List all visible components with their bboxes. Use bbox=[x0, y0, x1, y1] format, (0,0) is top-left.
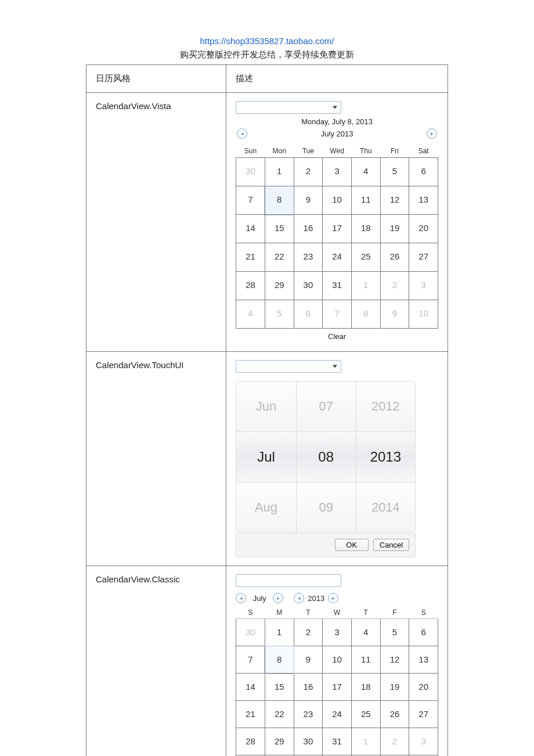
touchui-year-curr[interactable]: 2013 bbox=[356, 432, 416, 483]
classic-day-cell[interactable]: 31 bbox=[323, 728, 352, 755]
touchui-day-next[interactable]: 09 bbox=[296, 483, 356, 532]
touchui-month-next[interactable]: Aug bbox=[236, 483, 296, 532]
vista-day-cell[interactable]: 23 bbox=[294, 243, 323, 272]
touchui-dropdown[interactable] bbox=[236, 360, 341, 373]
classic-day-cell[interactable]: 19 bbox=[380, 674, 409, 701]
classic-day-cell[interactable]: 5 bbox=[380, 619, 409, 646]
vista-day-cell[interactable]: 25 bbox=[351, 243, 380, 272]
classic-day-cell[interactable]: 26 bbox=[380, 701, 409, 728]
vista-day-cell[interactable]: 6 bbox=[409, 158, 438, 186]
vista-day-cell[interactable]: 27 bbox=[409, 243, 438, 272]
vista-day-cell[interactable]: 22 bbox=[265, 243, 294, 272]
vista-day-cell[interactable]: 30 bbox=[236, 158, 265, 186]
vista-day-cell[interactable]: 10 bbox=[323, 186, 352, 215]
vista-day-cell[interactable]: 11 bbox=[351, 186, 380, 215]
vista-prev-month-button[interactable]: ◂ bbox=[237, 128, 247, 139]
vista-day-cell[interactable]: 8 bbox=[351, 300, 380, 329]
vista-day-cell[interactable]: 21 bbox=[236, 243, 265, 272]
classic-day-cell[interactable]: 1 bbox=[351, 728, 380, 755]
classic-day-cell[interactable]: 14 bbox=[236, 674, 265, 701]
vista-day-cell[interactable]: 2 bbox=[294, 158, 323, 186]
classic-prev-year-button[interactable]: ◂ bbox=[294, 593, 304, 603]
touchui-ok-button[interactable]: OK bbox=[335, 539, 369, 551]
vista-day-cell[interactable]: 7 bbox=[236, 186, 265, 215]
touchui-month-wheel[interactable]: Jun Jul Aug bbox=[236, 381, 296, 532]
classic-day-cell[interactable]: 17 bbox=[323, 674, 352, 701]
vista-day-cell[interactable]: 16 bbox=[294, 215, 323, 243]
vista-day-cell[interactable]: 30 bbox=[294, 272, 323, 300]
vista-day-cell[interactable]: 31 bbox=[323, 272, 352, 300]
classic-day-cell[interactable]: 8 bbox=[265, 646, 294, 674]
classic-day-cell[interactable]: 23 bbox=[294, 701, 323, 728]
touchui-cancel-button[interactable]: Cancel bbox=[373, 539, 409, 551]
vista-month-label[interactable]: July 2013 bbox=[321, 129, 353, 138]
touchui-day-wheel[interactable]: 07 08 09 bbox=[296, 381, 356, 532]
classic-day-cell[interactable]: 18 bbox=[351, 674, 380, 701]
vista-day-cell[interactable]: 7 bbox=[323, 300, 352, 329]
classic-day-cell[interactable]: 9 bbox=[294, 646, 323, 674]
touchui-year-prev[interactable]: 2012 bbox=[356, 381, 416, 432]
vista-day-cell[interactable]: 4 bbox=[351, 158, 380, 186]
vista-day-cell[interactable]: 18 bbox=[351, 215, 380, 243]
vista-day-cell[interactable]: 6 bbox=[294, 300, 323, 329]
vista-clear-button[interactable]: Clear bbox=[236, 332, 438, 341]
classic-day-cell[interactable]: 2 bbox=[294, 619, 323, 646]
touchui-month-prev[interactable]: Jun bbox=[236, 381, 296, 432]
touchui-year-next[interactable]: 2014 bbox=[356, 483, 416, 532]
vista-day-cell[interactable]: 2 bbox=[380, 272, 409, 300]
touchui-year-wheel[interactable]: 2012 2013 2014 bbox=[356, 381, 416, 532]
vista-day-cell[interactable]: 29 bbox=[265, 272, 294, 300]
classic-day-cell[interactable]: 30 bbox=[236, 619, 265, 646]
classic-day-cell[interactable]: 30 bbox=[294, 728, 323, 755]
classic-day-cell[interactable]: 11 bbox=[351, 646, 380, 674]
touchui-day-prev[interactable]: 07 bbox=[296, 381, 356, 432]
classic-day-cell[interactable]: 25 bbox=[351, 701, 380, 728]
classic-day-cell[interactable]: 21 bbox=[236, 701, 265, 728]
vista-day-cell[interactable]: 20 bbox=[409, 215, 438, 243]
classic-next-year-button[interactable]: ▸ bbox=[328, 593, 338, 603]
classic-day-cell[interactable]: 7 bbox=[236, 646, 265, 674]
vista-day-cell[interactable]: 17 bbox=[323, 215, 352, 243]
vista-day-cell[interactable]: 9 bbox=[380, 300, 409, 329]
vista-day-cell[interactable]: 3 bbox=[323, 158, 352, 186]
vista-day-cell[interactable]: 26 bbox=[380, 243, 409, 272]
vista-day-cell[interactable]: 8 bbox=[265, 186, 294, 215]
classic-year-label[interactable]: 2013 bbox=[308, 594, 324, 603]
vista-dropdown[interactable] bbox=[236, 101, 341, 114]
classic-prev-month-button[interactable]: ◂ bbox=[236, 593, 246, 603]
vista-day-cell[interactable]: 13 bbox=[409, 186, 438, 215]
vista-next-month-button[interactable]: ▸ bbox=[427, 128, 437, 139]
vista-day-cell[interactable]: 9 bbox=[294, 186, 323, 215]
classic-day-cell[interactable]: 28 bbox=[236, 728, 265, 755]
vista-day-cell[interactable]: 3 bbox=[409, 272, 438, 300]
classic-day-cell[interactable]: 3 bbox=[409, 728, 438, 755]
classic-day-cell[interactable]: 22 bbox=[265, 701, 294, 728]
vista-day-cell[interactable]: 10 bbox=[409, 300, 438, 329]
vista-day-cell[interactable]: 24 bbox=[323, 243, 352, 272]
classic-day-cell[interactable]: 3 bbox=[323, 619, 352, 646]
classic-dropdown[interactable] bbox=[236, 574, 341, 587]
classic-day-cell[interactable]: 15 bbox=[265, 674, 294, 701]
classic-month-label[interactable]: July bbox=[250, 594, 269, 603]
touchui-wheel[interactable]: Jun Jul Aug 07 08 09 2012 2013 2014 bbox=[236, 381, 416, 533]
vista-day-cell[interactable]: 19 bbox=[380, 215, 409, 243]
classic-day-cell[interactable]: 29 bbox=[265, 728, 294, 755]
classic-day-cell[interactable]: 12 bbox=[380, 646, 409, 674]
classic-day-cell[interactable]: 1 bbox=[265, 619, 294, 646]
vista-day-cell[interactable]: 12 bbox=[380, 186, 409, 215]
classic-day-cell[interactable]: 20 bbox=[409, 674, 438, 701]
vista-day-cell[interactable]: 5 bbox=[265, 300, 294, 329]
classic-day-cell[interactable]: 27 bbox=[409, 701, 438, 728]
touchui-day-curr[interactable]: 08 bbox=[296, 432, 356, 483]
vista-day-cell[interactable]: 15 bbox=[265, 215, 294, 243]
classic-day-cell[interactable]: 24 bbox=[323, 701, 352, 728]
vista-day-cell[interactable]: 28 bbox=[236, 272, 265, 300]
vista-day-cell[interactable]: 1 bbox=[351, 272, 380, 300]
vista-day-cell[interactable]: 1 bbox=[265, 158, 294, 186]
classic-day-cell[interactable]: 2 bbox=[380, 728, 409, 755]
touchui-month-curr[interactable]: Jul bbox=[236, 432, 296, 483]
classic-day-cell[interactable]: 16 bbox=[294, 674, 323, 701]
classic-day-cell[interactable]: 6 bbox=[409, 619, 438, 646]
vista-day-cell[interactable]: 5 bbox=[380, 158, 409, 186]
vista-day-cell[interactable]: 14 bbox=[236, 215, 265, 243]
